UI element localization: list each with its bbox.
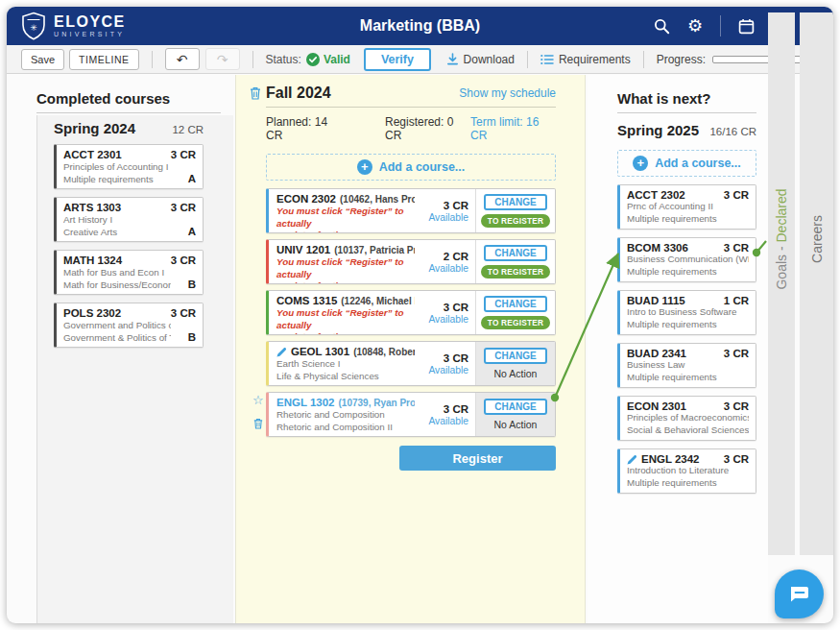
change-button[interactable]: CHANGE [484,194,546,210]
download-button[interactable]: Download [446,53,515,66]
toolbar-right: Download Requirements Progress: [446,51,824,68]
course-title: Introduction to Literature [627,465,749,477]
tab-goals[interactable]: Goals - Declared [768,12,795,555]
planner-course-card[interactable]: GEOL 1301 (10848, Robert Prof... Earth S… [266,341,556,386]
grade-label: A [188,173,196,184]
planner-course-card[interactable]: UNIV 1201 (10137, Patricia Profess... Yo… [266,239,556,284]
planner-course-card[interactable]: ECON 2302 (10462, Hans Professor) You mu… [266,188,556,233]
no-action-label: No Action [494,419,538,430]
course-title: Principles of Macroeconomics [627,412,749,424]
course-meta: 3 CR A [171,149,196,184]
course-section-detail: (12246, Michael Profes... [341,296,415,306]
course-code: ENGL 2342 [641,453,700,465]
completed-course-card[interactable]: ACCT 2301 Principles of Accounting I Mul… [54,144,204,189]
planned-credits: Planned: 14 CR [266,115,345,142]
course-info: UNIV 1201 (10137, Patricia Profess... Yo… [269,240,422,283]
undo-button[interactable]: ↶ [165,48,200,70]
course-credits: 3 CR [171,254,196,266]
completed-course-card[interactable]: ARTS 1303 Art History I Creative Arts 3 … [54,197,204,242]
course-code: UNIV 1201 [276,244,330,255]
delete-term-trash-icon[interactable] [250,86,261,100]
course-requirement: Multiple requirements [627,372,749,384]
course-code: BUAD 1115 [627,295,685,306]
next-course-card[interactable]: ACCT 2302 3 CR Prnc of Accounting II Mul… [617,184,756,230]
availability-label: Available [428,365,468,376]
show-my-schedule-link[interactable]: Show my schedule [459,86,556,100]
calendar-icon[interactable] [737,17,755,35]
availability-label: Available [428,314,468,325]
course-meta: 3 CR A [171,202,196,237]
course-requirement: Multiple requirements [627,319,749,331]
course-credits: 3 CR [444,352,468,364]
tab-careers[interactable]: Careers [800,12,833,555]
divider [266,107,556,108]
redo-button[interactable]: ↷ [205,48,240,70]
requirements-label: Requirements [559,53,631,66]
next-term-header: Spring 2025 16/16 CR [617,122,756,138]
grade-label: B [188,279,196,290]
download-label: Download [464,53,515,66]
planner-course-card[interactable]: ☆ ENGL 1302 (10739, Ryan Professor) Rhet… [266,392,556,437]
course-section-detail: (10462, Hans Professor) [340,194,415,205]
completed-course-card[interactable]: MATH 1324 Math for Bus and Econ I Math f… [54,250,204,295]
term-credits: 16/16 CR [709,126,756,137]
course-meta: 3 CR B [171,307,196,343]
completed-course-card[interactable]: POLS 2302 Government and Politics of ...… [54,303,204,348]
course-credits: 3 CR [724,348,749,359]
course-credits: 3 CR [444,403,468,415]
main-content: Completed courses Spring 2024 12 CR ACCT… [7,75,833,623]
next-course-card[interactable]: BUAD 2341 3 CR Business Law Multiple req… [617,343,756,388]
course-actions: CHANGE TO REGISTER [475,189,555,232]
check-circle-icon [306,53,320,66]
next-course-list: ACCT 2302 3 CR Prnc of Accounting II Mul… [617,184,756,494]
save-button[interactable]: Save [21,49,64,70]
completed-term-lane: Spring 2024 12 CR ACCT 2301 Principles o… [36,115,233,623]
verify-button[interactable]: Verify [364,48,431,71]
course-info: POLS 2302 Government and Politics of ...… [63,307,171,343]
course-credits: 2 CR [444,251,468,262]
toolbar-divider [643,51,644,68]
planner-term-header: Fall 2024 Show my schedule [250,85,556,102]
register-button[interactable]: Register [399,446,556,471]
change-button[interactable]: CHANGE [484,399,546,415]
timeline-button[interactable]: TIMELINE [69,49,138,70]
completed-course-list: ACCT 2301 Principles of Accounting I Mul… [54,144,204,348]
course-title: Principles of Accounting I [63,161,171,174]
change-button[interactable]: CHANGE [484,296,546,312]
next-course-card[interactable]: BUAD 1115 1 CR Intro to Business Softwar… [617,290,756,335]
term-header: Spring 2024 12 CR [54,120,204,136]
register-warning: You must click “Register” to actually Re… [276,206,415,232]
term-name: Spring 2025 [617,122,699,138]
course-code: COMS 1315 [276,295,337,306]
requirements-button[interactable]: Requirements [540,53,631,66]
availability-label: Available [428,416,468,426]
add-course-button[interactable]: + Add a course... [617,150,756,177]
header-icon-group: ⚙ [653,7,822,45]
course-info: ARTS 1303 Art History I Creative Arts [63,202,171,237]
search-icon[interactable] [653,17,670,35]
chat-button[interactable] [775,569,824,618]
to-register-badge: TO REGISTER [481,316,550,329]
favorite-star-icon[interactable]: ☆ [252,394,264,406]
course-code: ACCT 2301 [63,149,171,160]
course-title: Business Law [627,359,749,372]
add-course-button[interactable]: + Add a course... [266,154,556,181]
course-requirement: Rhetoric and Composition II [276,422,415,434]
progress-indicator: Progress: [657,53,824,66]
planner-course-card[interactable]: COMS 1315 (12246, Michael Profes... You … [266,290,556,335]
course-requirement: Math for Business/Economi... [63,279,171,290]
progress-label: Progress: [657,53,706,66]
change-button[interactable]: CHANGE [484,348,546,364]
settings-gear-icon[interactable]: ⚙ [686,17,704,35]
status-badge: Valid [306,53,350,66]
remove-course-trash-icon[interactable] [253,416,263,433]
next-course-card[interactable]: ECON 2301 3 CR Principles of Macroeconom… [617,396,756,441]
next-course-card[interactable]: ENGL 2342 3 CR Introduction to Literatur… [617,448,756,494]
to-register-badge: TO REGISTER [481,214,550,228]
next-course-card[interactable]: BCOM 3306 3 CR Business Communication (W… [617,237,756,282]
header-divider [720,15,721,36]
course-requirement: Government & Politics of TX [63,332,171,343]
course-credits: 3 CR [444,302,468,313]
change-button[interactable]: CHANGE [484,245,546,261]
chat-bubble-icon [789,586,810,603]
